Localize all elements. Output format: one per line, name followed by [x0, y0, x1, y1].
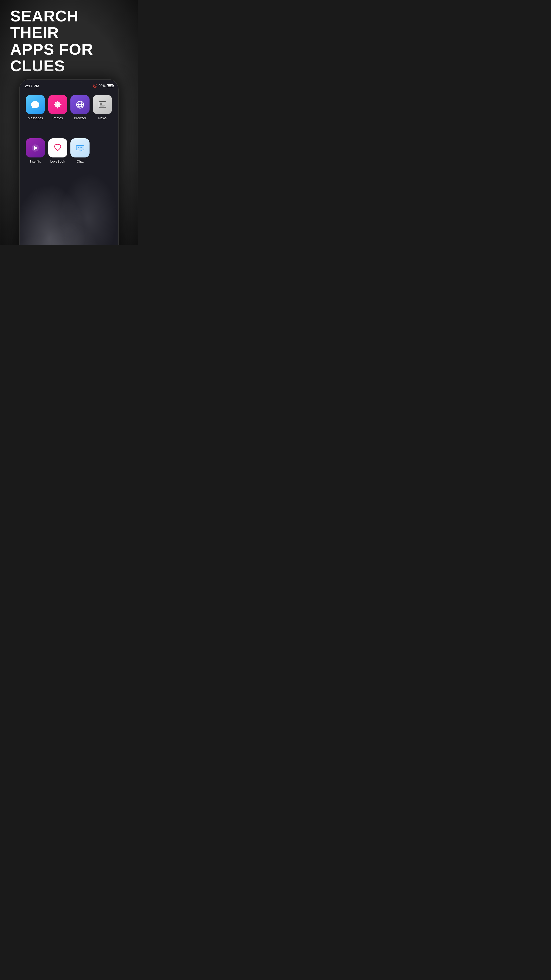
lovebook-label: LoveBook: [50, 159, 65, 163]
svg-point-1: [57, 103, 59, 106]
messages-icon: [26, 95, 45, 114]
app-item-messages[interactable]: Messages: [25, 95, 46, 120]
app-grid-row1: Messages Photos: [20, 92, 118, 123]
battery-fill: [108, 85, 111, 86]
news-icon: [93, 95, 112, 114]
status-right: 🚫 90%: [93, 84, 113, 88]
app-item-lovebook[interactable]: LoveBook: [47, 138, 68, 163]
headline-text: SEARCH THEIR APPS FOR CLUES: [10, 8, 127, 74]
news-label: News: [98, 116, 106, 120]
battery-percent: 90%: [98, 84, 106, 88]
app-item-chat[interactable]: Chat: [70, 138, 91, 163]
interflix-label: Interflix: [30, 159, 41, 163]
battery-body: [107, 84, 113, 87]
app-item-browser[interactable]: Browser: [70, 95, 91, 120]
svg-point-17: [81, 147, 82, 148]
browser-label: Browser: [74, 116, 86, 120]
phone-wrapper: 2:17 PM 🚫 90%: [19, 79, 119, 245]
status-bar: 2:17 PM 🚫 90%: [20, 80, 118, 90]
app-item-news[interactable]: News: [92, 95, 113, 120]
chat-label: Chat: [76, 159, 83, 163]
battery-icon: [107, 84, 113, 87]
app-grid-row2: Interflix LoveBook: [20, 136, 118, 166]
app-item-interflix[interactable]: Interflix: [25, 138, 46, 163]
messages-label: Messages: [28, 116, 43, 120]
no-disturb-icon: 🚫: [93, 84, 97, 88]
headline-container: SEARCH THEIR APPS FOR CLUES: [0, 0, 138, 79]
lovebook-icon: [48, 138, 67, 158]
status-time: 2:17 PM: [25, 84, 39, 88]
interflix-icon: [26, 138, 45, 158]
svg-point-15: [78, 147, 79, 148]
phone-frame: 2:17 PM 🚫 90%: [19, 79, 119, 245]
svg-point-16: [79, 147, 81, 148]
chat-icon: [70, 138, 89, 158]
svg-rect-8: [100, 103, 102, 105]
app-item-photos[interactable]: Photos: [47, 95, 68, 120]
browser-icon: [70, 95, 89, 114]
photos-icon: [48, 95, 67, 114]
outer-background: SEARCH THEIR APPS FOR CLUES 2:17 PM 🚫 90…: [0, 0, 138, 245]
photos-label: Photos: [52, 116, 63, 120]
